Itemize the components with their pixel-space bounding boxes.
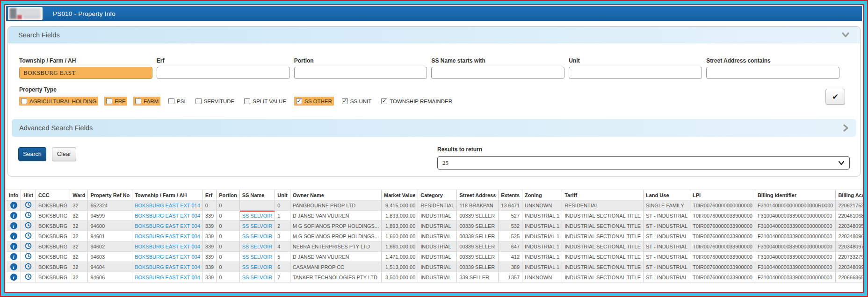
application-window: PS010 - Property Info Search Fields Town… bbox=[0, 0, 868, 297]
inner-red-frame bbox=[4, 4, 864, 293]
